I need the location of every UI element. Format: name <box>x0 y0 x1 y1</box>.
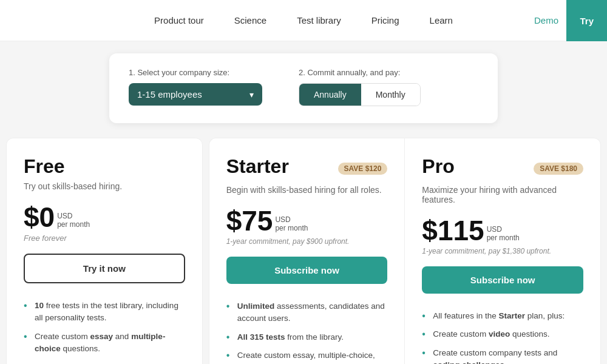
nav-links: Product tour Science Test library Pricin… <box>154 15 453 25</box>
starter-features-list: Unlimited assessments, candidates and ac… <box>226 297 388 364</box>
starter-plan-subtitle: Begin with skills-based hiring for all r… <box>226 185 388 195</box>
nav-learn[interactable]: Learn <box>430 15 453 25</box>
pro-save-badge: SAVE $180 <box>534 163 583 175</box>
nav-pricing[interactable]: Pricing <box>371 15 399 25</box>
starter-header-row: Starter SAVE $120 <box>226 155 388 181</box>
pro-feature-2: Create custom video questions. <box>422 325 583 343</box>
free-price-meta: USD per month <box>57 212 90 229</box>
nav-try-button[interactable]: Try <box>566 0 607 41</box>
toggle-annually[interactable]: Annually <box>299 84 361 106</box>
billing-toggle: Annually Monthly <box>299 83 421 106</box>
pro-price-meta: USD per month <box>487 225 520 242</box>
free-forever-note: Free forever <box>24 234 185 243</box>
nav-science[interactable]: Science <box>234 15 266 25</box>
pro-plan-card: Pro SAVE $180 Maximize your hiring with … <box>404 138 601 364</box>
pro-plan-title: Pro <box>422 155 454 178</box>
starter-period: per month <box>275 224 308 232</box>
nav-product-tour[interactable]: Product tour <box>154 15 204 25</box>
company-size-label: 1. Select your company size: <box>129 68 262 77</box>
free-plan-title: Free <box>24 155 185 178</box>
main-content: 1. Select your company size: 1-15 employ… <box>0 41 607 364</box>
pro-header-row: Pro SAVE $180 <box>422 155 583 181</box>
free-cta-button[interactable]: Try it now <box>24 254 185 283</box>
free-features-list: 10 free tests in the test library, inclu… <box>24 297 185 364</box>
starter-feature-2: All 315 tests from the library. <box>226 328 388 346</box>
pro-period: per month <box>487 234 520 242</box>
pro-plan-subtitle: Maximize your hiring with advanced featu… <box>422 185 583 204</box>
starter-save-badge: SAVE $120 <box>338 163 388 175</box>
starter-cta-button[interactable]: Subscribe now <box>226 257 388 284</box>
commit-label: 2. Commit annually, and pay: <box>299 68 421 77</box>
nav-demo[interactable]: Demo <box>534 15 558 25</box>
pro-price: $115 <box>422 217 484 244</box>
plan-selector: 1. Select your company size: 1-15 employ… <box>109 53 498 123</box>
starter-currency: USD <box>275 215 308 224</box>
pro-commitment: 1-year commitment, pay $1,380 upfront. <box>422 247 583 255</box>
starter-price-meta: USD per month <box>275 215 308 232</box>
navbar: Product tour Science Test library Pricin… <box>0 0 607 41</box>
free-period: per month <box>57 220 90 229</box>
free-feature-2: Create custom essay and multiple-choice … <box>24 328 185 359</box>
toggle-monthly[interactable]: Monthly <box>361 84 420 106</box>
pricing-cards: Free Try out skills-based hiring. $0 USD… <box>6 138 601 364</box>
company-size-section: 1. Select your company size: 1-15 employ… <box>129 68 262 106</box>
company-size-select[interactable]: 1-15 employees16-50 employees51-200 empl… <box>129 83 262 106</box>
commit-section: 2. Commit annually, and pay: Annually Mo… <box>299 68 421 106</box>
pro-currency: USD <box>487 225 520 234</box>
pro-feature-1: All features in the Starter plan, plus: <box>422 307 583 325</box>
free-plan-card: Free Try out skills-based hiring. $0 USD… <box>6 138 203 364</box>
starter-feature-3: Create custom essay, multiple-choice, an… <box>226 346 388 364</box>
pro-feature-3: Create custom company tests and coding c… <box>422 344 583 365</box>
starter-plan-card: Starter SAVE $120 Begin with skills-base… <box>209 138 405 364</box>
free-feature-3: Test premium features internally with 5 … <box>24 358 185 364</box>
pro-cta-button[interactable]: Subscribe now <box>422 266 583 294</box>
free-plan-subtitle: Try out skills-based hiring. <box>24 181 185 191</box>
company-select-wrapper: 1-15 employees16-50 employees51-200 empl… <box>129 83 262 106</box>
free-feature-1: 10 free tests in the test library, inclu… <box>24 297 185 328</box>
pro-price-row: $115 USD per month <box>422 217 583 244</box>
free-price-row: $0 USD per month <box>24 203 185 231</box>
starter-feature-1: Unlimited assessments, candidates and ac… <box>226 297 388 328</box>
pro-features-list: All features in the Starter plan, plus: … <box>422 307 583 364</box>
nav-test-library[interactable]: Test library <box>297 15 341 25</box>
starter-price: $75 <box>226 207 273 235</box>
free-currency: USD <box>57 212 90 220</box>
starter-price-row: $75 USD per month <box>226 207 388 235</box>
free-price: $0 <box>24 203 55 231</box>
starter-commitment: 1-year commitment, pay $900 upfront. <box>226 237 388 246</box>
starter-plan-title: Starter <box>226 155 289 178</box>
